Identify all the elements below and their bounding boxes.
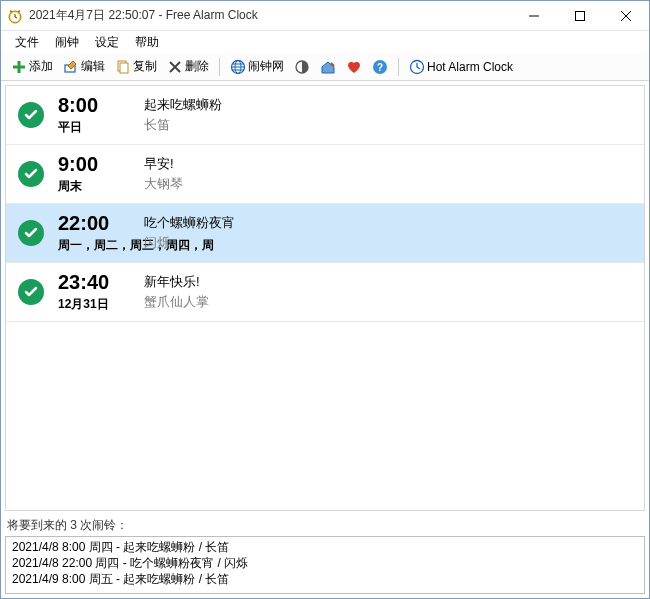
upcoming-item: 2021/4/8 8:00 周四 - 起来吃螺蛳粉 / 长笛	[12, 539, 638, 555]
hot-alarm-label: Hot Alarm Clock	[427, 60, 513, 74]
upcoming-box: 2021/4/8 8:00 周四 - 起来吃螺蛳粉 / 长笛2021/4/8 2…	[5, 536, 645, 594]
alarm-title: 早安!	[144, 155, 632, 173]
hot-alarm-button[interactable]: Hot Alarm Clock	[405, 57, 517, 77]
alarm-days: 周末	[58, 178, 144, 195]
copy-icon	[115, 59, 131, 75]
delete-button[interactable]: 删除	[163, 56, 213, 77]
alarm-sound: 长笛	[144, 116, 632, 134]
upcoming-item: 2021/4/8 22:00 周四 - 吃个螺蛳粉夜宵 / 闪烁	[12, 555, 638, 571]
svg-text:?: ?	[377, 62, 383, 73]
alarm-title: 新年快乐!	[144, 273, 632, 291]
alarm-time-col: 9:00 周末	[58, 153, 144, 195]
web-button[interactable]: 闹钟网	[226, 56, 288, 77]
svg-rect-2	[576, 11, 585, 20]
clock-icon	[409, 59, 425, 75]
plus-icon	[11, 59, 27, 75]
alarm-time: 9:00	[58, 153, 144, 176]
upcoming-item: 2021/4/9 8:00 周五 - 起来吃螺蛳粉 / 长笛	[12, 571, 638, 587]
heart-button[interactable]	[342, 57, 366, 77]
menu-settings[interactable]: 设定	[87, 32, 127, 53]
delete-icon	[167, 59, 183, 75]
add-label: 添加	[29, 58, 53, 75]
window-title: 2021年4月7日 22:50:07 - Free Alarm Clock	[29, 7, 511, 24]
alarm-time-col: 23:40 12月31日	[58, 271, 144, 313]
pencil-icon	[63, 59, 79, 75]
check-icon[interactable]	[18, 220, 44, 246]
alarm-days: 12月31日	[58, 296, 144, 313]
heart-icon	[346, 59, 362, 75]
web-label: 闹钟网	[248, 58, 284, 75]
toolbar-separator	[398, 58, 399, 76]
copy-button[interactable]: 复制	[111, 56, 161, 77]
alarm-text-col: 新年快乐! 蟹爪仙人掌	[144, 273, 632, 311]
alarm-days: 平日	[58, 119, 144, 136]
alarm-time-col: 22:00 周一，周二，周三，周四，周	[58, 212, 144, 254]
check-icon[interactable]	[18, 161, 44, 187]
alarm-text-col: 吃个螺蛳粉夜宵 闪烁	[144, 214, 632, 252]
edit-button[interactable]: 编辑	[59, 56, 109, 77]
alarm-text-col: 早安! 大钢琴	[144, 155, 632, 193]
alarm-sound: 大钢琴	[144, 175, 632, 193]
alarm-sound: 闪烁	[144, 234, 632, 252]
alarm-title: 吃个螺蛳粉夜宵	[144, 214, 632, 232]
delete-label: 删除	[185, 58, 209, 75]
globe-icon	[230, 59, 246, 75]
edit-label: 编辑	[81, 58, 105, 75]
menu-help[interactable]: 帮助	[127, 32, 167, 53]
copy-label: 复制	[133, 58, 157, 75]
menu-alarm[interactable]: 闹钟	[47, 32, 87, 53]
toolbar: 添加 编辑 复制 删除 闹钟网 ? Hot Alarm Clock	[1, 53, 649, 81]
alarm-row[interactable]: 22:00 周一，周二，周三，周四，周 吃个螺蛳粉夜宵 闪烁	[6, 204, 644, 263]
alarm-row[interactable]: 8:00 平日 起来吃螺蛳粉 长笛	[6, 86, 644, 145]
add-button[interactable]: 添加	[7, 56, 57, 77]
alarm-sound: 蟹爪仙人掌	[144, 293, 632, 311]
alarm-time-col: 8:00 平日	[58, 94, 144, 136]
upcoming-label: 将要到来的 3 次闹铃：	[1, 515, 649, 536]
alarm-title: 起来吃螺蛳粉	[144, 96, 632, 114]
contrast-button[interactable]	[290, 57, 314, 77]
alarm-time: 22:00	[58, 212, 144, 235]
window-controls	[511, 1, 649, 30]
check-icon[interactable]	[18, 102, 44, 128]
titlebar: 2021年4月7日 22:50:07 - Free Alarm Clock	[1, 1, 649, 31]
maximize-button[interactable]	[557, 1, 603, 30]
home-button[interactable]	[316, 57, 340, 77]
help-icon: ?	[372, 59, 388, 75]
menubar: 文件 闹钟 设定 帮助	[1, 31, 649, 53]
check-icon[interactable]	[18, 279, 44, 305]
svg-rect-5	[120, 63, 128, 73]
contrast-icon	[294, 59, 310, 75]
alarm-row[interactable]: 23:40 12月31日 新年快乐! 蟹爪仙人掌	[6, 263, 644, 322]
alarm-row[interactable]: 9:00 周末 早安! 大钢琴	[6, 145, 644, 204]
menu-file[interactable]: 文件	[7, 32, 47, 53]
app-icon	[7, 8, 23, 24]
close-button[interactable]	[603, 1, 649, 30]
help-button[interactable]: ?	[368, 57, 392, 77]
alarm-text-col: 起来吃螺蛳粉 长笛	[144, 96, 632, 134]
alarm-list[interactable]: 8:00 平日 起来吃螺蛳粉 长笛 9:00 周末 早安! 大钢琴 22:00 …	[5, 85, 645, 511]
toolbar-separator	[219, 58, 220, 76]
home-icon	[320, 59, 336, 75]
alarm-time: 23:40	[58, 271, 144, 294]
minimize-button[interactable]	[511, 1, 557, 30]
alarm-time: 8:00	[58, 94, 144, 117]
